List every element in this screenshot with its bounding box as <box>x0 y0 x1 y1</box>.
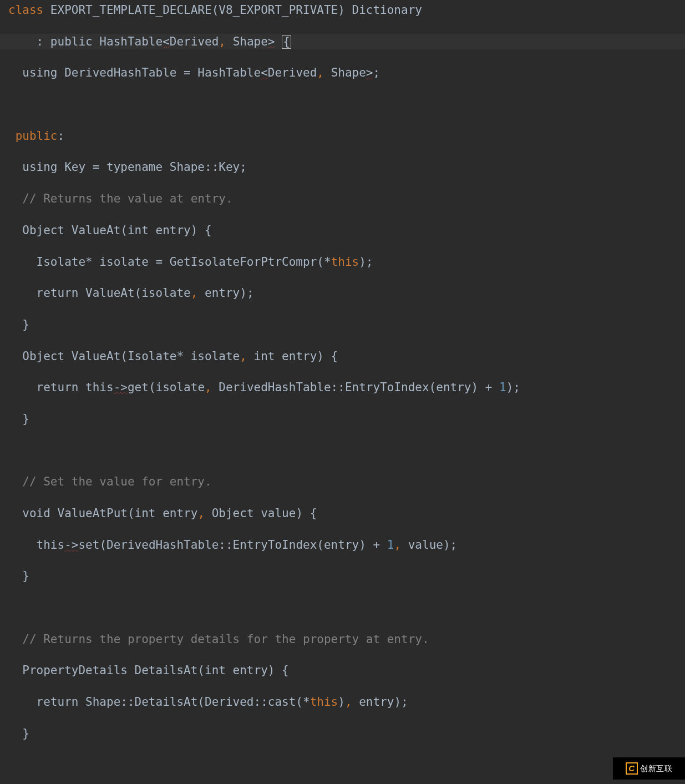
blank-line <box>0 443 685 458</box>
line-public: public: <box>0 128 685 144</box>
line-using-derived: using DerivedHashTable = HashTable<Deriv… <box>0 65 685 80</box>
logo-c-icon: C <box>626 762 638 775</box>
line-detailsat-body: return Shape::DetailsAt(Derived::cast(*t… <box>0 694 685 710</box>
line-class-decl: class EXPORT_TEMPLATE_DECLARE(V8_EXPORT_… <box>0 2 685 18</box>
line-close-brace: } <box>0 726 685 741</box>
keyword-class: class <box>8 3 43 17</box>
blank-line <box>0 600 685 615</box>
line-close-brace: } <box>0 317 685 332</box>
comment-returns-value: // Returns the value at entry. <box>0 191 685 206</box>
line-detailsat-sig: PropertyDetails DetailsAt(int entry) { <box>0 662 685 678</box>
line-inherit: : public HashTable<Derived, Shape> { <box>0 34 685 49</box>
blank-line <box>0 757 685 773</box>
line-valueatput-body: this->set(DerivedHashTable::EntryToIndex… <box>0 537 685 553</box>
blank-line <box>0 97 685 112</box>
line-using-key: using Key = typename Shape::Key; <box>0 159 685 175</box>
line-close-brace: } <box>0 568 685 584</box>
line-close-brace: } <box>0 411 685 427</box>
cursor-open-brace: { <box>282 35 291 49</box>
watermark-logo: C 创新互联 <box>613 757 685 780</box>
line-valueat-sig: Object ValueAt(int entry) { <box>0 222 685 238</box>
line-valueat-body1: Isolate* isolate = GetIsolateForPtrCompr… <box>0 254 685 270</box>
watermark-text: 创新互联 <box>640 763 672 774</box>
line-valueat-body2: return ValueAt(isolate, entry); <box>0 285 685 301</box>
comment-set-value: // Set the value for entry. <box>0 474 685 489</box>
line-valueat2-sig: Object ValueAt(Isolate* isolate, int ent… <box>0 348 685 364</box>
comment-returns-details: // Returns the property details for the … <box>0 631 685 647</box>
code-editor[interactable]: class EXPORT_TEMPLATE_DECLARE(V8_EXPORT_… <box>0 0 685 784</box>
line-valueat2-body: return this->get(isolate, DerivedHashTab… <box>0 380 685 395</box>
line-valueatput-sig: void ValueAtPut(int entry, Object value)… <box>0 505 685 521</box>
